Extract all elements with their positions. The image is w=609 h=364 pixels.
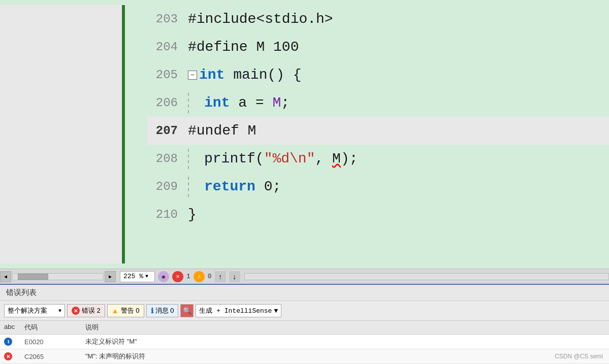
info-btn-icon: ℹ xyxy=(151,307,153,315)
line-content-204: #define M 100 xyxy=(188,33,609,61)
error-panel-title: 错误列表 xyxy=(0,285,609,301)
warning-count-button[interactable]: ▲ 警告 0 xyxy=(107,304,144,317)
error-count-button[interactable]: ✕ 错误 2 xyxy=(67,304,105,317)
code-line-209: 209 return 0; xyxy=(147,173,609,201)
line-number-210: 210 xyxy=(147,201,188,228)
error-dot-2: ✕ xyxy=(4,352,12,360)
warning-status-count: 0 xyxy=(208,273,212,280)
undef-text: #undef M xyxy=(188,123,256,139)
scroll-right-button[interactable]: ▶ xyxy=(105,271,116,282)
error-table-header: abc 代码 说明 xyxy=(0,321,609,335)
block-dashed-line-209 xyxy=(188,177,189,197)
info-btn-label: 消息 0 xyxy=(155,306,174,315)
line-content-207: #undef M xyxy=(188,117,609,145)
green-bar xyxy=(122,5,125,263)
code-line-204: 204 #define M 100 xyxy=(147,33,609,61)
intellisense-dropdown[interactable]: 生成 + IntelliSense ▼ xyxy=(196,304,281,317)
line-number-205: 205 xyxy=(147,61,188,89)
return-keyword: return xyxy=(204,179,255,194)
filter-arrow-icon: ▼ xyxy=(58,308,61,314)
error-btn-icon: ✕ xyxy=(72,307,80,315)
intellisense-icon[interactable]: ❋ xyxy=(158,271,169,282)
filter-label: 整个解决方案 xyxy=(8,306,47,315)
filter-dropdown[interactable]: 整个解决方案 ▼ xyxy=(4,304,65,317)
line-content-203: #include<stdio.h> xyxy=(188,5,609,33)
error-panel: 错误列表 整个解决方案 ▼ ✕ 错误 2 ▲ 警告 0 ℹ 消息 0 🔍 xyxy=(0,284,609,364)
block-dashed-line-208 xyxy=(188,149,189,169)
error-row-2[interactable]: ✕ C2065 "M": 未声明的标识符 xyxy=(0,349,609,364)
error-panel-title-text: 错误列表 xyxy=(6,288,37,296)
error-status-count: 1 xyxy=(186,273,190,280)
scroll-thumb-left[interactable] xyxy=(18,274,48,280)
line-content-209: return 0; xyxy=(188,173,609,201)
scroll-track-left[interactable] xyxy=(12,273,104,280)
define-text: #define M 100 xyxy=(188,39,299,55)
error-toolbar: 整个解决方案 ▼ ✕ 错误 2 ▲ 警告 0 ℹ 消息 0 🔍 生成 + Int… xyxy=(0,301,609,321)
error-icon-cell-2: ✕ xyxy=(4,352,24,360)
block-dashed-line-206 xyxy=(188,93,189,113)
error-code-2: C2065 xyxy=(24,353,85,360)
watermark: CSDN @CS semi xyxy=(555,353,603,360)
warning-btn-label: 警告 0 xyxy=(121,306,140,315)
zoom-value: 225 % xyxy=(123,273,143,280)
nav-up-button[interactable]: ↑ xyxy=(215,271,226,282)
collapse-icon[interactable]: − xyxy=(188,71,197,80)
code-line-207: 207 #undef M xyxy=(147,117,609,145)
col-header-desc: 说明 xyxy=(85,323,605,332)
col-header-abc: abc xyxy=(4,323,24,332)
code-line-206: 206 int a = M; xyxy=(147,89,609,117)
code-container: 203 #include<stdio.h> 204 #define M 100 … xyxy=(0,0,609,269)
line-content-205: −int main() { xyxy=(188,61,609,89)
m-underlined: M xyxy=(332,151,341,167)
zoom-dropdown-arrow[interactable]: ▼ xyxy=(145,274,151,279)
error-row-1[interactable]: ℹ E0020 未定义标识符 "M" xyxy=(0,335,609,349)
info-dot-1: ℹ xyxy=(4,338,12,346)
filter-active-button[interactable]: 🔍 xyxy=(180,304,194,317)
scroll-left-button[interactable]: ◀ xyxy=(0,271,11,282)
error-desc-2: "M": 未声明的标识符 xyxy=(85,352,605,361)
watermark-text: CSDN @CS semi xyxy=(555,353,603,360)
return-zero: 0; xyxy=(264,179,281,194)
line-number-204: 204 xyxy=(147,33,188,61)
code-line-203: 203 #include<stdio.h> xyxy=(147,5,609,33)
error-status-icon[interactable]: ✕ xyxy=(172,271,183,282)
line-number-209: 209 xyxy=(147,173,188,201)
error-btn-label: 错误 2 xyxy=(82,306,101,315)
intellisense-label: 生成 + IntelliSense xyxy=(199,306,272,315)
error-panel-wrapper: 错误列表 整个解决方案 ▼ ✕ 错误 2 ▲ 警告 0 ℹ 消息 0 🔍 xyxy=(0,284,609,364)
int-keyword-206: int xyxy=(204,95,230,111)
code-content: 203 #include<stdio.h> 204 #define M 100 … xyxy=(122,5,609,263)
code-line-208: 208 printf("%d\n", M); xyxy=(147,145,609,173)
semicolon-206: ; xyxy=(281,95,290,111)
horizontal-scrollbar[interactable]: ◀ ▶ 225 % ▼ ❋ ✕ 1 ⚠ 0 ↑ ↓ xyxy=(0,269,609,284)
intellisense-arrow: ▼ xyxy=(274,307,278,315)
code-line-205: 205 −int main() { xyxy=(147,61,609,89)
error-code-1: E0020 xyxy=(24,338,85,346)
printf-close: ); xyxy=(341,151,358,167)
include-text: #include<stdio.h> xyxy=(188,11,333,27)
line-number-208: 208 xyxy=(147,145,188,173)
editor-area: 203 #include<stdio.h> 204 #define M 100 … xyxy=(0,0,609,269)
zoom-control[interactable]: 225 % ▼ xyxy=(120,271,155,282)
code-lines: 203 #include<stdio.h> 204 #define M 100 … xyxy=(132,5,609,228)
left-gutter xyxy=(0,5,122,263)
line-content-210: } xyxy=(188,201,609,228)
printf-comma: , xyxy=(315,151,332,167)
scroll-track-right[interactable] xyxy=(244,273,609,280)
format-string: "%d\n" xyxy=(264,151,315,167)
code-line-210: 210 } xyxy=(147,201,609,228)
nav-down-button[interactable]: ↓ xyxy=(229,271,240,282)
closing-brace: } xyxy=(188,207,197,222)
m-var-206: M xyxy=(272,95,281,111)
int-keyword-205: int xyxy=(199,67,225,83)
line-content-208: printf("%d\n", M); xyxy=(188,145,609,173)
line-number-203: 203 xyxy=(147,5,188,33)
info-count-button[interactable]: ℹ 消息 0 xyxy=(146,304,179,317)
line-content-206: int a = M; xyxy=(188,89,609,117)
printf-func: printf( xyxy=(204,151,264,167)
warning-status-icon[interactable]: ⚠ xyxy=(194,271,205,282)
line-number-206: 206 xyxy=(147,89,188,117)
warning-btn-icon: ▲ xyxy=(112,307,119,315)
filter-active-icon: 🔍 xyxy=(183,307,191,315)
main-func: main() { xyxy=(233,67,301,83)
